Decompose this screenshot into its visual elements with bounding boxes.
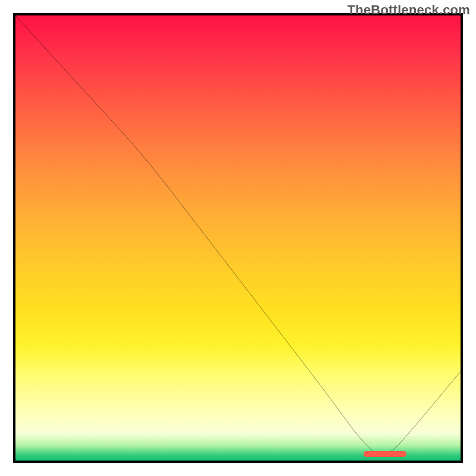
chart-frame [13, 13, 463, 463]
optimal-marker [364, 451, 406, 457]
plot-area [15, 15, 461, 461]
bottleneck-curve [15, 15, 461, 461]
watermark-text: TheBottleneck.com [347, 2, 470, 18]
bottleneck-curve-path [15, 15, 461, 455]
